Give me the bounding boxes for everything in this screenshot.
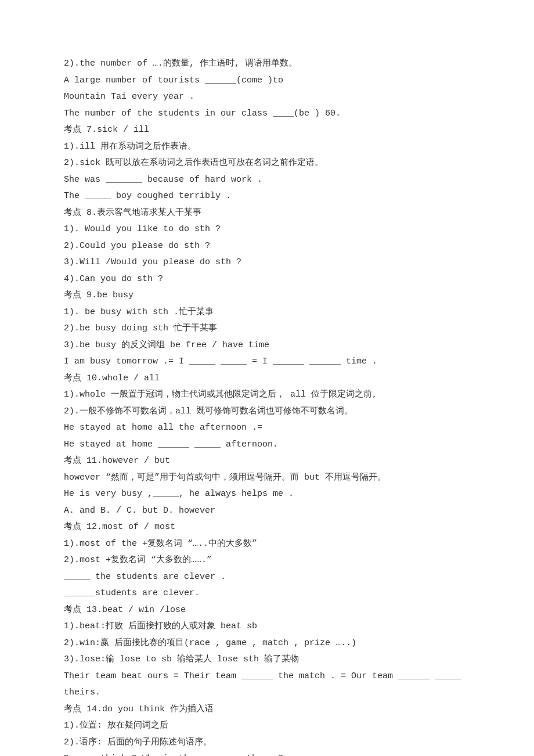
text-line: He stayed at home ______ _____ afternoon… [64, 437, 470, 453]
text-line: 考点 14.do you think 作为插入语 [64, 701, 470, 718]
text-line: I am busy tomorrow .= I _____ _____ = I … [64, 354, 470, 370]
text-line: 2).the number of ….的数量, 作主语时, 谓语用单数。 [64, 56, 470, 73]
text-line: 3).be busy 的反义词组 be free / have time [64, 337, 470, 354]
text-line: 3).lose:输 lose to sb 输给某人 lose sth 输了某物 [64, 651, 470, 668]
text-line: 2).Could you please do sth ? [64, 238, 470, 255]
text-line: 考点 7.sick / ill [64, 122, 470, 139]
text-line: He is very busy ,_____, he always helps … [64, 486, 470, 503]
text-line: 1).whole 一般置于冠词，物主代词或其他限定词之后， all 位于限定词之… [64, 387, 470, 404]
text-line: 考点 9.be busy [64, 287, 470, 304]
text-line: 3).Will /Would you please do sth ? [64, 254, 470, 271]
text-line: ______students are clever. [64, 585, 470, 602]
text-line: 1).most of the +复数名词 “…..中的大多数” [64, 536, 470, 553]
text-line: 2).most +复数名词 “大多数的…….” [64, 552, 470, 569]
text-line: Mountain Tai every year . [64, 89, 470, 106]
text-line: The number of the students in our class … [64, 106, 470, 123]
text-line: The _____ boy coughed terribly . [64, 188, 470, 205]
text-line: He stayed at home all the afternoon .= [64, 420, 470, 437]
document-page: 2).the number of ….的数量, 作主语时, 谓语用单数。A la… [0, 0, 534, 756]
text-line: 2).win:赢 后面接比赛的项目(race , game , match , … [64, 635, 470, 652]
text-line: 2).一般不修饰不可数名词，all 既可修饰可数名词也可修饰不可数名词。 [64, 404, 470, 420]
text-line: 2).语序: 后面的句子用陈述句语序。 [64, 735, 470, 751]
text-line: 考点 11.however / but [64, 453, 470, 470]
text-line: A. and B. / C. but D. however [64, 503, 470, 520]
text-line: 1). be busy with sth .忙于某事 [64, 304, 470, 321]
text-line: 4).Can you do sth ? [64, 271, 470, 288]
text-line: 考点 13.beat / win /lose [64, 602, 470, 619]
text-line: 2).be busy doing sth 忙于干某事 [64, 321, 470, 337]
text-line: 考点 8.表示客气地请求某人干某事 [64, 205, 470, 222]
text-line: She was _______ because of hard work . [64, 172, 470, 189]
text-line: 1).位置: 放在疑问词之后 [64, 718, 470, 735]
text-line: A large number of tourists ______(come )… [64, 73, 470, 89]
text-line: 考点 10.whole / all [64, 370, 470, 387]
text-line: 考点 12.most of / most [64, 519, 470, 536]
text-line: 1).ill 用在系动词之后作表语。 [64, 139, 470, 156]
text-line: 2).sick 既可以放在系动词之后作表语也可放在名词之前作定语。 [64, 155, 470, 172]
text-line: 1). Would you like to do sth ? [64, 221, 470, 238]
text-line: however “然而，可是”用于句首或句中，须用逗号隔开。而 but 不用逗号… [64, 470, 470, 487]
text-line: Their team beat ours = Their team ______… [64, 668, 470, 701]
document-content: 2).the number of ….的数量, 作主语时, 谓语用单数。A la… [64, 56, 470, 756]
text-line: _____ the students are clever . [64, 569, 470, 586]
text-line: Do you think ? Who is the man over there… [64, 751, 470, 756]
text-line: 1).beat:打败 后面接打败的人或对象 beat sb [64, 618, 470, 635]
